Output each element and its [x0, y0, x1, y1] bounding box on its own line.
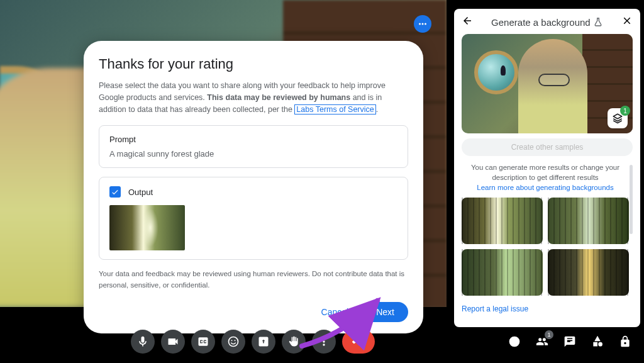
- center-controls: [131, 330, 375, 354]
- mic-button[interactable]: [131, 330, 155, 354]
- cancel-button[interactable]: Cancel: [313, 302, 358, 322]
- background-panel: Generate a background 1 Create other sam…: [454, 9, 640, 327]
- flask-icon: [593, 17, 603, 27]
- preview-bird: [501, 65, 506, 75]
- preview-porthole: [474, 50, 518, 94]
- thumbnail-grid: [462, 198, 629, 296]
- bg-thumbnail-3[interactable]: [462, 249, 543, 296]
- next-button[interactable]: Next: [362, 302, 408, 322]
- arrow-back-icon: [462, 15, 473, 26]
- prompt-label: Prompt: [109, 135, 397, 144]
- more-horiz-icon: [417, 18, 428, 30]
- more-vert-icon: [318, 335, 330, 348]
- back-button[interactable]: [462, 15, 473, 29]
- people-button[interactable]: 1: [535, 334, 550, 349]
- output-thumbnail: [109, 205, 185, 250]
- captions-button[interactable]: [191, 330, 215, 354]
- videocam-icon: [167, 335, 179, 348]
- call-toolbar: 1: [0, 320, 644, 363]
- hand-icon: [287, 335, 300, 348]
- activities-button[interactable]: [590, 334, 605, 349]
- preview-person: [518, 39, 587, 133]
- panel-preview: 1: [462, 34, 633, 133]
- info-button[interactable]: [507, 334, 522, 349]
- svg-point-4: [231, 340, 233, 341]
- svg-point-2: [425, 23, 426, 25]
- dialog-description: Please select the data you want to share…: [99, 80, 408, 115]
- output-label: Output: [128, 187, 153, 197]
- svg-point-1: [422, 23, 424, 25]
- present-icon: [257, 335, 270, 348]
- end-call-button[interactable]: [342, 330, 375, 354]
- lock-icon: [619, 335, 631, 348]
- output-card: Output: [99, 177, 408, 260]
- people-count-badge: 1: [545, 330, 553, 339]
- panel-title-text: Generate a background: [491, 17, 591, 28]
- chat-button[interactable]: [562, 334, 577, 349]
- close-panel-button[interactable]: [621, 15, 633, 29]
- panel-header: Generate a background: [462, 15, 633, 29]
- tos-link[interactable]: Labs Terms of Service: [294, 104, 375, 114]
- prompt-card: Prompt A magical sunny forest glade: [99, 125, 408, 168]
- learn-more-link[interactable]: Learn more about generating backgrounds: [462, 184, 629, 191]
- chat-icon: [564, 335, 576, 348]
- camera-button[interactable]: [161, 330, 185, 354]
- dialog-title: Thanks for your rating: [99, 56, 408, 72]
- layers-button[interactable]: 1: [608, 108, 628, 128]
- output-checkbox[interactable]: [109, 186, 121, 198]
- svg-point-7: [323, 340, 325, 342]
- disclaimer-text: Your data and feedback may be reviewed u…: [99, 269, 408, 291]
- layers-count-badge: 1: [620, 106, 630, 116]
- scrollbar[interactable]: [630, 165, 633, 234]
- close-icon: [621, 15, 633, 26]
- panel-title: Generate a background: [479, 17, 615, 28]
- svg-point-3: [229, 337, 238, 347]
- desc-bold: This data may be reviewed by humans: [207, 93, 350, 102]
- svg-point-0: [419, 23, 421, 25]
- svg-point-6: [323, 337, 325, 339]
- tile-options-button[interactable]: [414, 15, 431, 33]
- reactions-button[interactable]: [221, 330, 245, 354]
- dialog-actions: Cancel Next: [99, 302, 408, 322]
- generate-info-text: You can generate more results or change …: [468, 162, 623, 182]
- rating-feedback-dialog: Thanks for your rating Please select the…: [84, 41, 423, 333]
- emoji-icon: [227, 335, 240, 348]
- host-controls-button[interactable]: [618, 334, 633, 349]
- info-icon: [508, 335, 521, 348]
- raise-hand-button[interactable]: [282, 330, 306, 354]
- panel-scroll-area: You can generate more results or change …: [462, 159, 633, 321]
- mic-icon: [136, 335, 149, 348]
- desc-period: .: [376, 105, 378, 114]
- shapes-icon: [591, 335, 604, 348]
- more-options-button[interactable]: [312, 330, 336, 354]
- svg-point-8: [323, 343, 325, 345]
- prompt-text: A magical sunny forest glade: [109, 149, 397, 159]
- create-samples-button[interactable]: Create other samples: [462, 138, 633, 156]
- cc-icon: [197, 335, 209, 348]
- report-link[interactable]: Report a legal issue: [462, 304, 528, 313]
- call-end-icon: [352, 335, 365, 348]
- present-button[interactable]: [252, 330, 275, 354]
- svg-point-5: [235, 340, 236, 341]
- bg-thumbnail-1[interactable]: [462, 198, 543, 244]
- right-controls: 1: [507, 334, 633, 349]
- check-icon: [111, 187, 119, 196]
- bg-thumbnail-4[interactable]: [548, 249, 629, 296]
- bg-thumbnail-2[interactable]: [548, 198, 629, 244]
